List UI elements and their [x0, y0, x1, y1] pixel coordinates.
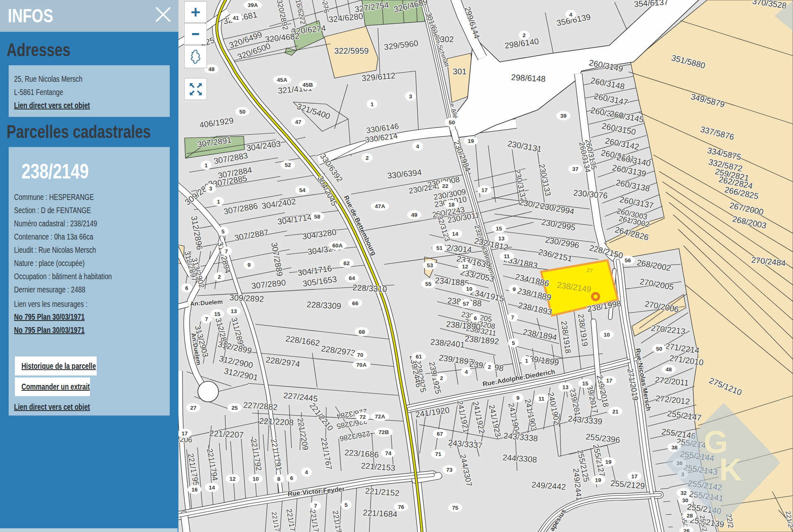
svg-text:55: 55: [425, 281, 432, 287]
svg-text:50: 50: [656, 346, 662, 352]
svg-text:7: 7: [314, 503, 317, 509]
svg-text:1: 1: [370, 101, 374, 107]
svg-text:5: 5: [344, 502, 348, 508]
svg-text:74: 74: [385, 450, 392, 456]
svg-text:7: 7: [225, 248, 228, 254]
svg-text:11: 11: [504, 253, 510, 259]
svg-text:2: 2: [218, 274, 221, 280]
svg-text:38: 38: [671, 444, 678, 451]
svg-text:52: 52: [285, 162, 291, 168]
svg-text:1: 1: [204, 162, 208, 169]
svg-text:76: 76: [398, 504, 404, 510]
svg-text:221/2208: 221/2208: [259, 416, 294, 427]
svg-text:1: 1: [525, 358, 528, 364]
svg-text:4: 4: [569, 12, 572, 18]
svg-text:54: 54: [299, 187, 306, 193]
svg-text:6: 6: [185, 285, 188, 291]
svg-text:13: 13: [562, 384, 569, 390]
svg-text:228/3309: 228/3309: [306, 300, 341, 311]
svg-text:19: 19: [605, 459, 611, 465]
svg-text:51: 51: [436, 245, 443, 251]
svg-text:5: 5: [512, 340, 515, 346]
svg-text:4: 4: [416, 143, 419, 150]
svg-text:15: 15: [582, 380, 589, 387]
svg-text:27: 27: [586, 267, 593, 274]
svg-text:14: 14: [209, 484, 215, 491]
svg-text:45B: 45B: [303, 82, 313, 88]
svg-text:K: K: [719, 452, 742, 487]
svg-text:19: 19: [468, 138, 474, 144]
svg-text:57: 57: [463, 301, 469, 307]
svg-text:1: 1: [217, 199, 220, 205]
svg-text:221/1684: 221/1684: [363, 508, 397, 519]
svg-text:64: 64: [349, 275, 355, 281]
svg-text:50: 50: [239, 109, 245, 115]
svg-text:7: 7: [511, 314, 514, 321]
svg-text:18: 18: [448, 202, 455, 208]
svg-text:9: 9: [513, 286, 516, 292]
svg-text:53: 53: [427, 262, 433, 268]
svg-text:37: 37: [572, 166, 578, 172]
svg-text:4: 4: [465, 369, 468, 375]
svg-text:49: 49: [411, 212, 417, 218]
svg-text:221/2207: 221/2207: [209, 429, 244, 439]
svg-text:16: 16: [191, 487, 198, 493]
svg-text:2: 2: [366, 155, 369, 161]
svg-text:47A: 47A: [375, 203, 385, 209]
svg-text:28: 28: [686, 513, 693, 519]
svg-text:3: 3: [209, 185, 212, 192]
svg-text:60A: 60A: [332, 242, 343, 249]
svg-text:21: 21: [612, 408, 619, 415]
svg-text:9: 9: [516, 395, 520, 401]
svg-text:68: 68: [359, 329, 365, 335]
svg-text:10: 10: [466, 286, 472, 292]
svg-text:70: 70: [357, 352, 363, 358]
svg-text:322/5959: 322/5959: [334, 46, 368, 55]
svg-text:3: 3: [409, 93, 412, 100]
svg-text:7: 7: [205, 316, 208, 322]
svg-text:39A: 39A: [248, 2, 258, 8]
svg-text:45A: 45A: [277, 77, 287, 83]
svg-text:10: 10: [603, 332, 610, 338]
svg-text:298/6148: 298/6148: [511, 73, 546, 83]
svg-text:2: 2: [522, 32, 526, 38]
svg-text:32: 32: [680, 490, 686, 496]
svg-text:39: 39: [560, 113, 566, 119]
svg-text:228/3310: 228/3310: [352, 283, 387, 294]
svg-text:61: 61: [415, 354, 422, 360]
svg-text:67: 67: [437, 431, 443, 437]
svg-text:72B: 72B: [379, 429, 389, 435]
svg-text:62: 62: [343, 260, 349, 266]
svg-text:6: 6: [474, 315, 477, 321]
svg-text:17: 17: [181, 430, 188, 437]
svg-text:48: 48: [665, 366, 672, 373]
svg-text:56: 56: [624, 257, 631, 264]
svg-text:48: 48: [208, 66, 215, 72]
svg-text:19: 19: [595, 477, 601, 483]
svg-text:15: 15: [214, 311, 221, 317]
svg-text:70A: 70A: [356, 362, 367, 368]
svg-text:50: 50: [449, 119, 455, 126]
svg-text:5: 5: [221, 228, 225, 235]
svg-text:4: 4: [305, 469, 308, 475]
svg-text:12: 12: [462, 264, 468, 270]
svg-text:13: 13: [230, 308, 237, 314]
svg-text:17: 17: [606, 378, 612, 384]
svg-text:58: 58: [314, 214, 321, 220]
svg-text:75: 75: [452, 505, 458, 511]
svg-text:15: 15: [496, 226, 502, 232]
svg-text:17: 17: [481, 187, 487, 193]
svg-text:27: 27: [190, 405, 196, 411]
svg-text:41: 41: [233, 15, 239, 21]
svg-text:26: 26: [683, 528, 690, 532]
svg-text:9: 9: [247, 262, 251, 268]
svg-text:6: 6: [290, 475, 293, 481]
svg-text:2: 2: [488, 364, 491, 370]
svg-text:25: 25: [231, 405, 238, 411]
svg-text:72: 72: [359, 414, 366, 420]
svg-text:71: 71: [435, 451, 442, 457]
svg-text:73: 73: [446, 467, 453, 473]
svg-text:22: 22: [442, 183, 448, 189]
svg-text:309/2892: 309/2892: [229, 293, 264, 304]
svg-text:12: 12: [229, 476, 235, 482]
